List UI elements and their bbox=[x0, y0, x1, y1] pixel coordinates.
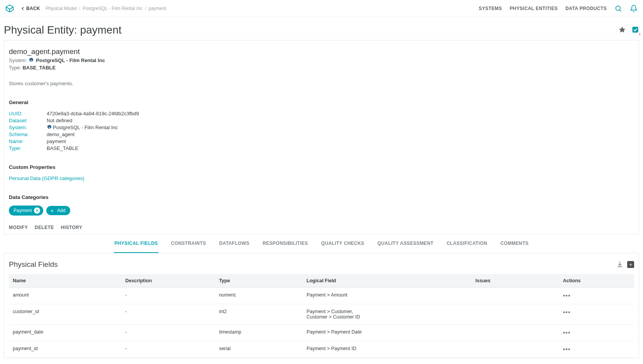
entity-card: demo_agent.payment System: PostgreSQL - … bbox=[4, 40, 639, 234]
cell-name: amount bbox=[9, 288, 122, 304]
app-logo-icon bbox=[5, 4, 14, 13]
kv-key: Dataset: bbox=[9, 118, 47, 123]
cell-name: customer_id bbox=[9, 304, 122, 325]
row-actions-menu[interactable]: ••• bbox=[563, 309, 570, 315]
col-issues: Issues bbox=[472, 274, 559, 288]
cell-logical: Payment > Payment ID bbox=[303, 341, 472, 358]
kv-key: Type: bbox=[9, 145, 47, 151]
add-field-button[interactable]: + bbox=[627, 261, 634, 268]
kv-value: Not defined bbox=[47, 118, 73, 123]
cell-issues bbox=[472, 288, 559, 304]
search-icon[interactable] bbox=[614, 5, 622, 12]
tab-physical-fields[interactable]: PHYSICAL FIELDS bbox=[114, 234, 159, 253]
col-name: Name bbox=[9, 274, 122, 288]
task-count: 1 bbox=[639, 32, 641, 36]
physical-fields-panel: Physical Fields + Name Description Type … bbox=[4, 253, 639, 358]
cell-issues bbox=[472, 341, 559, 358]
add-data-category-button[interactable]: ＋ Add bbox=[46, 206, 70, 215]
postgres-icon bbox=[47, 125, 52, 130]
postgres-icon bbox=[29, 57, 34, 63]
cell-description: - bbox=[122, 325, 215, 341]
delete-button[interactable]: DELETE bbox=[35, 225, 54, 230]
kv-key: UUID: bbox=[9, 111, 47, 116]
table-row: customer_id-int2Payment > Customer,Custo… bbox=[9, 304, 634, 325]
history-button[interactable]: HISTORY bbox=[61, 225, 82, 230]
plus-icon: ＋ bbox=[49, 208, 55, 213]
card-actions: MODIFY DELETE HISTORY bbox=[9, 225, 634, 230]
chip-label: Payment bbox=[14, 208, 32, 213]
page-title-row: Physical Entity: payment 1 bbox=[0, 17, 643, 40]
cell-actions: ••• bbox=[559, 341, 634, 358]
entity-type-line: Type: BASE_TABLE bbox=[9, 65, 634, 71]
tab-responsibilities[interactable]: RESPONSIBILITIES bbox=[262, 234, 309, 253]
topbar: BACK Physical Model/ PostgreSQL - Film R… bbox=[0, 0, 643, 17]
entity-full-name: demo_agent.payment bbox=[9, 47, 634, 56]
row-actions-menu[interactable]: ••• bbox=[563, 292, 570, 299]
row-actions-menu[interactable]: ••• bbox=[563, 329, 570, 336]
cell-logical: Payment > Customer,Customer > Customer I… bbox=[303, 304, 472, 325]
svg-point-2 bbox=[616, 6, 620, 10]
kv-value: demo_agent bbox=[47, 131, 74, 137]
cell-type: numeric bbox=[215, 288, 303, 304]
nav-data-products[interactable]: DATA PRODUCTS bbox=[565, 6, 607, 11]
cell-type: serial bbox=[215, 341, 303, 358]
col-actions: Actions bbox=[559, 274, 634, 288]
tab-quality-assessment[interactable]: QUALITY ASSESSMENT bbox=[377, 234, 434, 253]
kv-value: 4720e9a3-dcba-4a94-819c-24fdb2c3fbd9 bbox=[47, 111, 139, 116]
kv-value: payment bbox=[47, 138, 66, 144]
section-data-categories: Data Categories bbox=[9, 194, 634, 200]
svg-rect-5 bbox=[633, 27, 638, 32]
tab-dataflows[interactable]: DATAFLOWS bbox=[218, 234, 250, 253]
kv-key: Schema: bbox=[9, 131, 47, 137]
nav-systems[interactable]: SYSTEMS bbox=[479, 6, 502, 11]
back-button[interactable]: BACK bbox=[20, 6, 40, 11]
kv-value: BASE_TABLE bbox=[47, 145, 78, 151]
cell-type: timestamp bbox=[215, 325, 303, 341]
cell-actions: ••• bbox=[559, 304, 634, 325]
cell-description: - bbox=[122, 304, 215, 325]
modify-button[interactable]: MODIFY bbox=[9, 225, 28, 230]
svg-line-3 bbox=[620, 10, 621, 11]
top-nav: SYSTEMS PHYSICAL ENTITIES DATA PRODUCTS bbox=[479, 5, 638, 12]
custom-property-link[interactable]: Personal Data (GDPR categories) bbox=[9, 175, 84, 181]
entity-tabs: PHYSICAL FIELDS CONSTRAINTS DATAFLOWS RE… bbox=[4, 234, 639, 253]
breadcrumb-item[interactable]: payment bbox=[149, 6, 166, 11]
breadcrumb-item[interactable]: Physical Model bbox=[46, 6, 77, 11]
col-type: Type bbox=[215, 274, 303, 288]
tab-constraints[interactable]: CONSTRAINTS bbox=[170, 234, 207, 253]
cell-name: payment_date bbox=[9, 325, 122, 341]
kv-key: Name: bbox=[9, 138, 47, 144]
table-row: payment_id-serialPayment > Payment ID••• bbox=[9, 341, 634, 358]
kv-value: PostgreSQL - Film Rental Inc bbox=[47, 125, 118, 130]
cell-issues bbox=[472, 304, 559, 325]
cell-actions: ••• bbox=[559, 325, 634, 341]
physical-fields-heading: Physical Fields bbox=[9, 260, 58, 269]
cell-logical: Payment > Payment Date bbox=[303, 325, 472, 341]
cell-issues bbox=[472, 325, 559, 341]
bell-icon[interactable] bbox=[630, 5, 638, 12]
cell-name: payment_id bbox=[9, 341, 122, 358]
nav-physical-entities[interactable]: PHYSICAL ENTITIES bbox=[510, 6, 558, 11]
cell-type: int2 bbox=[215, 304, 303, 325]
tab-quality-checks[interactable]: QUALITY CHECKS bbox=[320, 234, 365, 253]
page-title: Physical Entity: payment bbox=[4, 24, 122, 36]
table-row: payment_date-timestampPayment > Payment … bbox=[9, 325, 634, 341]
breadcrumb: Physical Model/ PostgreSQL - Film Rental… bbox=[46, 6, 166, 11]
data-category-chip: Payment ✕ bbox=[9, 206, 43, 216]
row-actions-menu[interactable]: ••• bbox=[563, 346, 570, 352]
breadcrumb-item[interactable]: PostgreSQL - Film Rental Inc bbox=[83, 6, 143, 11]
back-label: BACK bbox=[26, 6, 40, 11]
chevron-left-icon bbox=[20, 6, 25, 11]
tab-comments[interactable]: COMMENTS bbox=[500, 234, 529, 253]
chip-remove-icon[interactable]: ✕ bbox=[34, 207, 40, 214]
download-icon[interactable] bbox=[616, 261, 623, 269]
col-logical-field: Logical Field bbox=[303, 274, 472, 288]
star-icon[interactable] bbox=[618, 26, 626, 35]
tab-classification[interactable]: CLASSIFICATION bbox=[446, 234, 488, 253]
section-general: General bbox=[9, 99, 634, 105]
physical-fields-table: Name Description Type Logical Field Issu… bbox=[9, 274, 634, 358]
kv-key: System: bbox=[9, 125, 47, 130]
cell-description: - bbox=[122, 341, 215, 358]
col-description: Description bbox=[122, 274, 215, 288]
task-check-icon[interactable]: 1 bbox=[631, 26, 639, 35]
